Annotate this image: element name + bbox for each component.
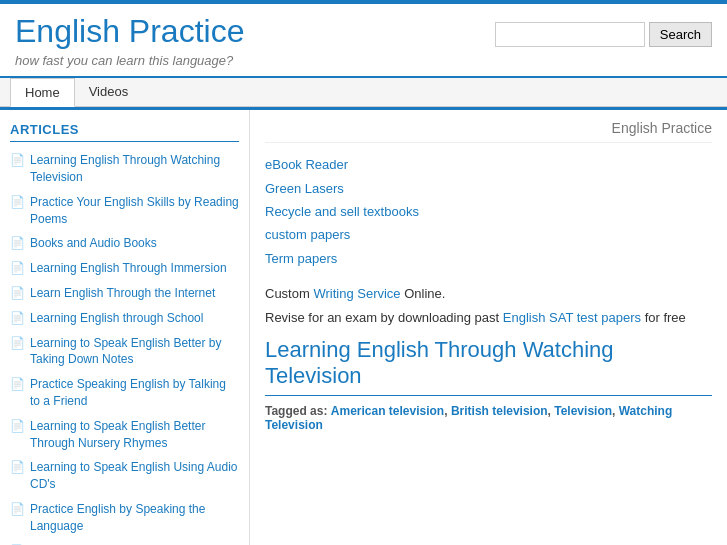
tag-link[interactable]: Television — [554, 404, 612, 418]
nav-item-videos[interactable]: Videos — [75, 78, 143, 106]
document-icon: 📄 — [10, 336, 25, 350]
content-header: English Practice — [265, 120, 712, 143]
list-item: 📄Practice Speaking English by Talking to… — [10, 376, 239, 410]
tag-link[interactable]: British television — [451, 404, 548, 418]
list-item: 📄Learning to Speak English Better Throug… — [10, 418, 239, 452]
article-link[interactable]: Learning to Speak English Better Through… — [30, 418, 239, 452]
main-layout: ARTICLES 📄Learning English Through Watch… — [0, 110, 727, 545]
list-item: 📄Books and Audio Books — [10, 235, 239, 252]
ad-link[interactable]: Recycle and sell textbooks — [265, 200, 712, 223]
list-item: 📄Learning English through School — [10, 310, 239, 327]
article-link[interactable]: Learning English Through Watching Televi… — [30, 152, 239, 186]
writing-service-link[interactable]: Writing Service — [313, 286, 400, 301]
content-area: English Practice eBook ReaderGreen Laser… — [250, 110, 727, 545]
article-link[interactable]: Learning English through School — [30, 310, 203, 327]
ad-link[interactable]: Term papers — [265, 247, 712, 270]
document-icon: 📄 — [10, 502, 25, 516]
article-link[interactable]: Learning to Speak English Better by Taki… — [30, 335, 239, 369]
articles-list: 📄Learning English Through Watching Telev… — [10, 152, 239, 545]
article-link[interactable]: Learn English Through the Internet — [30, 285, 215, 302]
search-button[interactable]: Search — [649, 22, 712, 47]
ad-link[interactable]: custom papers — [265, 223, 712, 246]
document-icon: 📄 — [10, 377, 25, 391]
tagged-as-line: Tagged as: American television, British … — [265, 404, 712, 432]
article-link[interactable]: Practice Your English Skills by Reading … — [30, 194, 239, 228]
list-item: 📄Learning English Through Immersion — [10, 260, 239, 277]
article-link[interactable]: Practice English by Speaking the Languag… — [30, 501, 239, 535]
document-icon: 📄 — [10, 236, 25, 250]
document-icon: 📄 — [10, 460, 25, 474]
article-link[interactable]: Books and Audio Books — [30, 235, 157, 252]
document-icon: 📄 — [10, 419, 25, 433]
sidebar: ARTICLES 📄Learning English Through Watch… — [0, 110, 250, 545]
tagged-label: Tagged as: — [265, 404, 327, 418]
document-icon: 📄 — [10, 153, 25, 167]
document-icon: 📄 — [10, 311, 25, 325]
sat-papers-text: Revise for an exam by downloading past E… — [265, 306, 712, 329]
list-item: 📄Practice English by Speaking the Langua… — [10, 501, 239, 535]
document-icon: 📄 — [10, 195, 25, 209]
tag-link[interactable]: American television — [331, 404, 444, 418]
writing-service-text: Custom Writing Service Online. — [265, 282, 712, 305]
tags-list: American television, British television,… — [265, 404, 672, 432]
search-input[interactable] — [495, 22, 645, 47]
nav-bar: Home Videos — [0, 76, 727, 107]
article-link[interactable]: Learning to Speak English Using Audio CD… — [30, 459, 239, 493]
document-icon: 📄 — [10, 261, 25, 275]
article-link[interactable]: Practice Speaking English by Talking to … — [30, 376, 239, 410]
articles-heading: ARTICLES — [10, 122, 239, 142]
sat-papers-link[interactable]: English SAT test papers — [503, 310, 641, 325]
header-left: English Practice how fast you can learn … — [15, 14, 244, 68]
search-area: Search — [495, 22, 712, 47]
ad-link[interactable]: eBook Reader — [265, 153, 712, 176]
document-icon: 📄 — [10, 286, 25, 300]
nav-item-home[interactable]: Home — [10, 78, 75, 107]
ad-link[interactable]: Green Lasers — [265, 177, 712, 200]
header: English Practice how fast you can learn … — [0, 0, 727, 76]
article-link[interactable]: Learning English Through Immersion — [30, 260, 227, 277]
list-item: 📄Practice Your English Skills by Reading… — [10, 194, 239, 228]
article-title: Learning English Through Watching Televi… — [265, 337, 712, 396]
list-item: 📄Learn English Through the Internet — [10, 285, 239, 302]
site-tagline: how fast you can learn this language? — [15, 53, 244, 68]
list-item: 📄Learning English Through Watching Telev… — [10, 152, 239, 186]
list-item: 📄Learning to Speak English Using Audio C… — [10, 459, 239, 493]
site-title: English Practice — [15, 14, 244, 49]
ads-area: eBook ReaderGreen LasersRecycle and sell… — [265, 153, 712, 270]
list-item: 📄Learning to Speak English Better by Tak… — [10, 335, 239, 369]
